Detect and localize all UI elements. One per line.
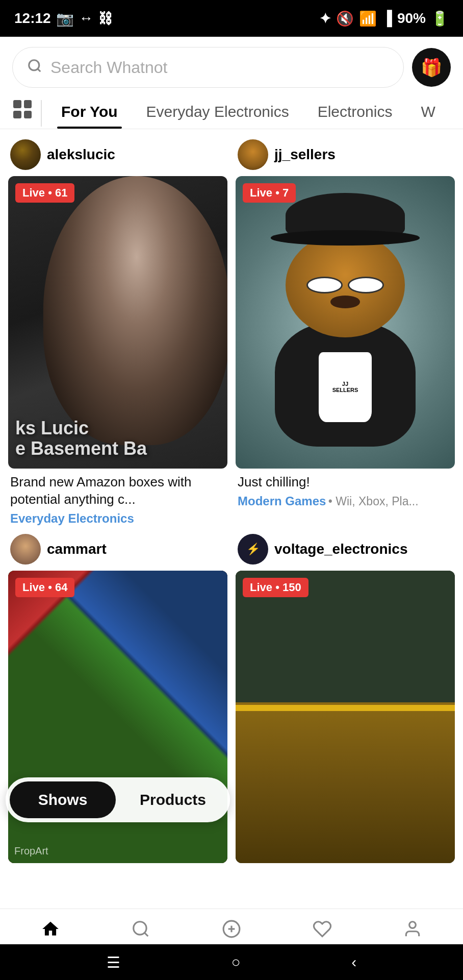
android-nav: ☰ ○ ‹: [0, 944, 463, 980]
bluetooth-icon: ✦: [319, 10, 331, 27]
live-badge-cammart: Live • 64: [15, 578, 74, 597]
stream-card-alekslucic[interactable]: alekslucic Live • 61 ks Lucic e Basement…: [8, 139, 227, 526]
thumb-line1-alekslucic: ks Lucic: [15, 418, 220, 438]
yellow-tape: [236, 705, 455, 711]
stream-card-cammart[interactable]: cammart Live • 64 FropArt Shows Products: [8, 534, 227, 863]
search-container: Search Whatnot 🎁: [0, 37, 463, 93]
bear-sunglasses: [297, 277, 393, 293]
browse-icon: [131, 919, 150, 943]
shows-toggle-btn[interactable]: Shows: [10, 781, 116, 818]
live-badge-jj-sellers: Live • 7: [243, 183, 296, 203]
stream-title-jj-sellers: Just chilling!: [238, 474, 453, 491]
bear-hat-brim: [271, 230, 420, 245]
bear-lens-right: [348, 277, 384, 293]
bear-figure: JJSELLERS: [258, 198, 433, 447]
link-icon: ⛓: [98, 10, 113, 27]
android-back-btn[interactable]: ‹: [351, 953, 356, 971]
status-bar-left: 12:12 📷 ↔ ⛓: [14, 10, 113, 27]
profile-icon: [403, 919, 422, 943]
android-menu-btn[interactable]: ☰: [107, 953, 120, 971]
thumb-overlay-alekslucic: ks Lucic e Basement Ba: [15, 418, 220, 458]
search-bar[interactable]: Search Whatnot: [12, 47, 404, 88]
stream-card-jj-sellers[interactable]: jj_sellers Live • 7 JJSELLERS: [236, 139, 455, 526]
svg-point-0: [29, 60, 39, 70]
grid-icon-wrap[interactable]: [8, 100, 42, 127]
toggle-container: Shows Products: [0, 777, 238, 822]
mute-icon: 🔇: [336, 10, 354, 27]
bear-nose: [330, 296, 360, 308]
stream-header-cammart: cammart: [8, 534, 227, 565]
stream-category-jj-sellers: Modern Games: [238, 494, 326, 508]
bear-cup-text: JJSELLERS: [332, 381, 358, 393]
stream-header-voltage-electronics: ⚡ voltage_electronics: [236, 534, 455, 565]
avatar-alekslucic: [10, 139, 41, 170]
stream-header-alekslucic: alekslucic: [8, 139, 227, 170]
activity-icon: [313, 919, 332, 943]
stream-category-alekslucic: Everyday Electronics: [10, 511, 225, 526]
category-nav: For You Everyday Electronics Electronics…: [0, 93, 463, 129]
category-electronics[interactable]: Electronics: [303, 98, 407, 129]
category-for-you[interactable]: For You: [47, 98, 132, 129]
signal-icon: ▐: [382, 10, 392, 27]
thumb-line2-alekslucic: e Basement Ba: [15, 438, 220, 459]
stream-info-alekslucic: Brand new Amazon boxes with potential an…: [8, 469, 227, 526]
cast-icon: ↔: [79, 10, 93, 27]
status-bar: 12:12 📷 ↔ ⛓ ✦ 🔇 📶 ▐ 90% 🔋: [0, 0, 463, 37]
wifi-icon: 📶: [359, 10, 377, 27]
seller-name-jj-sellers: jj_sellers: [274, 146, 336, 163]
stream-thumb-alekslucic: Live • 61 ks Lucic e Basement Ba: [8, 176, 227, 469]
svg-point-2: [134, 922, 146, 935]
sell-icon: [222, 919, 241, 943]
stream-thumb-voltage-electronics: Live • 150: [236, 571, 455, 863]
toggle-wrap: Shows Products: [6, 777, 230, 822]
home-icon: [41, 919, 60, 943]
bear-lens-left: [306, 277, 343, 293]
gift-button[interactable]: 🎁: [412, 48, 451, 87]
search-placeholder: Search Whatnot: [50, 58, 167, 77]
search-icon: [27, 58, 42, 77]
content-grid: alekslucic Live • 61 ks Lucic e Basement…: [0, 129, 463, 873]
bear-cup: JJSELLERS: [319, 352, 371, 422]
live-badge-alekslucic: Live • 61: [15, 183, 74, 203]
svg-line-3: [145, 933, 148, 936]
seller-name-alekslucic: alekslucic: [47, 146, 115, 163]
boxes-layer: [236, 702, 455, 863]
battery-text: 90%: [397, 10, 426, 27]
avatar-jj-sellers: [238, 139, 268, 170]
category-more[interactable]: W: [406, 98, 449, 129]
cammart-label: FropArt: [14, 845, 48, 857]
stream-tags-jj-sellers: • Wii, Xbox, Pla...: [328, 495, 419, 508]
status-bar-right: ✦ 🔇 📶 ▐ 90% 🔋: [319, 10, 449, 27]
products-toggle-btn[interactable]: Products: [120, 781, 226, 818]
avatar-voltage-electronics: ⚡: [238, 534, 268, 565]
avatar-cammart: [10, 534, 41, 565]
stream-title-alekslucic: Brand new Amazon boxes with potential an…: [10, 474, 225, 508]
seller-name-voltage-electronics: voltage_electronics: [274, 541, 407, 557]
category-everyday-electronics[interactable]: Everyday Electronics: [132, 98, 303, 129]
seller-name-cammart: cammart: [47, 541, 107, 557]
svg-line-1: [38, 68, 40, 71]
live-badge-voltage-electronics: Live • 150: [243, 578, 308, 597]
camera-icon: 📷: [56, 10, 74, 27]
bear-head: [286, 233, 405, 337]
android-home-btn[interactable]: ○: [231, 953, 240, 971]
svg-point-7: [409, 922, 416, 928]
battery-icon: 🔋: [431, 10, 449, 27]
stream-info-jj-sellers: Just chilling! Modern Games • Wii, Xbox,…: [236, 469, 455, 508]
status-time: 12:12: [14, 10, 51, 27]
stream-thumb-jj-sellers: Live • 7 JJSELLERS: [236, 176, 455, 469]
stream-card-voltage-electronics[interactable]: ⚡ voltage_electronics Live • 150: [236, 534, 455, 863]
grid-icon: [13, 100, 32, 118]
stream-header-jj-sellers: jj_sellers: [236, 139, 455, 170]
